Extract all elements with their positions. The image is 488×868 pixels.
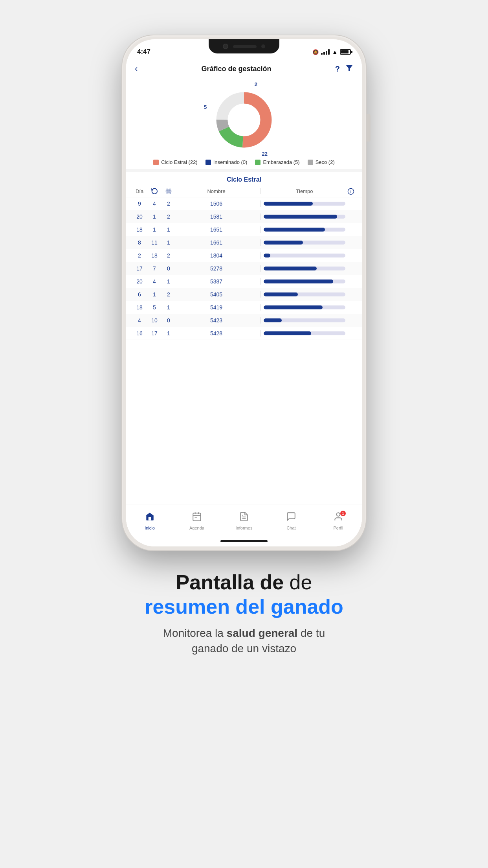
table-row[interactable]: 17 7 0 5278 <box>126 262 362 275</box>
cell-r: 4 <box>147 200 161 207</box>
table-row[interactable]: 20 1 2 1581 <box>126 210 362 223</box>
legend-dot-seco <box>308 160 313 165</box>
bottom-subtext: Monitorea la salud general de tu ganado … <box>145 625 343 656</box>
cell-dia: 18 <box>132 304 147 311</box>
bottom-headline: Pantalla de de resumen del ganado <box>145 570 343 619</box>
chat-icon <box>286 511 296 524</box>
chart-label-left: 5 <box>204 104 207 110</box>
cell-c: 0 <box>161 317 176 324</box>
help-button[interactable]: ? <box>335 64 340 74</box>
donut-chart: 2 5 22 <box>209 85 279 155</box>
table-row[interactable]: 2 18 2 1804 <box>126 249 362 262</box>
cell-r: 1 <box>147 213 161 220</box>
cell-nombre: 5278 <box>176 265 261 272</box>
svg-point-15 <box>169 190 169 190</box>
svg-rect-19 <box>149 517 151 520</box>
table-title: Ciclo Estral <box>126 172 362 186</box>
nav-informes-label: Informes <box>236 526 253 530</box>
cell-c: 1 <box>161 304 176 311</box>
cell-dia: 20 <box>132 278 147 285</box>
phone-mockup: 4:47 🔕 ▲ <box>122 35 366 550</box>
table-row[interactable]: 16 17 1 5428 <box>126 327 362 340</box>
table-rows-container: 9 4 2 1506 20 1 2 1581 18 1 1 1651 <box>126 197 362 340</box>
chart-legend: Ciclo Estral (22) Inseminado (0) Embaraz… <box>149 159 339 165</box>
table-area[interactable]: Ciclo Estral Día <box>126 172 362 504</box>
nav-agenda-label: Agenda <box>189 526 204 530</box>
legend-inseminado: Inseminado (0) <box>205 159 248 165</box>
table-row[interactable]: 9 4 2 1506 <box>126 197 362 210</box>
table-row[interactable]: 20 4 1 5387 <box>126 275 362 288</box>
svg-rect-10 <box>168 192 169 193</box>
table-row[interactable]: 8 11 1 1661 <box>126 236 362 249</box>
cell-nombre: 5387 <box>176 278 261 285</box>
bottom-headline-blue: resumen del ganado <box>145 594 343 619</box>
cell-dia: 16 <box>132 330 147 337</box>
chart-area: 2 5 22 <box>126 78 362 172</box>
table-header: Día <box>126 186 362 197</box>
cell-c: 2 <box>161 252 176 259</box>
cell-nombre: 5405 <box>176 291 261 298</box>
table-row[interactable]: 4 10 0 5423 <box>126 314 362 327</box>
legend-dot-embarazada <box>255 160 261 165</box>
cell-r: 4 <box>147 278 161 285</box>
cell-tiempo <box>261 228 345 232</box>
cell-c: 1 <box>161 226 176 233</box>
nav-perfil[interactable]: 1 Perfil <box>325 511 352 530</box>
bottom-text-section: Pantalla de de resumen del ganado Monito… <box>113 570 375 656</box>
cell-tiempo <box>261 280 345 283</box>
back-button[interactable]: ‹ <box>135 64 138 74</box>
col-tiempo: Tiempo <box>261 188 345 194</box>
cell-nombre: 1651 <box>176 226 261 233</box>
bottom-nav: Inicio A <box>126 504 362 535</box>
cell-r: 10 <box>147 317 161 324</box>
cell-nombre: 5428 <box>176 330 261 337</box>
bell-icon: 🔕 <box>312 49 319 55</box>
col-cow <box>161 188 176 195</box>
legend-dot-ciclo <box>153 160 159 165</box>
app-header: ‹ Gráfico de gestación ? <box>126 60 362 78</box>
cell-dia: 8 <box>132 239 147 246</box>
nav-perfil-label: Perfil <box>333 526 343 530</box>
cell-tiempo <box>261 331 345 335</box>
col-dia: Día <box>132 188 147 194</box>
svg-rect-11 <box>169 192 170 193</box>
nav-chat[interactable]: Chat <box>277 511 305 530</box>
col-info[interactable] <box>345 188 356 195</box>
donut-svg <box>213 88 275 151</box>
svg-point-5 <box>230 106 258 134</box>
informes-icon <box>239 511 249 524</box>
perfil-icon: 1 <box>333 511 343 524</box>
chart-label-bottom: 22 <box>262 151 268 157</box>
filter-button[interactable] <box>345 64 353 74</box>
cell-r: 18 <box>147 252 161 259</box>
svg-rect-8 <box>167 192 167 193</box>
cell-c: 2 <box>161 200 176 207</box>
agenda-icon <box>192 511 202 524</box>
cell-r: 1 <box>147 291 161 298</box>
nav-inicio[interactable]: Inicio <box>136 511 163 530</box>
nav-agenda[interactable]: Agenda <box>183 511 211 530</box>
legend-label-embarazada: Embarazada (5) <box>263 159 299 165</box>
wifi-icon: ▲ <box>332 49 338 55</box>
cell-c: 1 <box>161 330 176 337</box>
cell-r: 17 <box>147 330 161 337</box>
cell-r: 1 <box>147 226 161 233</box>
cell-nombre: 1506 <box>176 200 261 207</box>
nav-informes[interactable]: Informes <box>230 511 258 530</box>
table-row[interactable]: 6 1 2 5405 <box>126 288 362 301</box>
cell-dia: 17 <box>132 265 147 272</box>
cell-tiempo <box>261 215 345 219</box>
cell-r: 11 <box>147 239 161 246</box>
cell-r: 5 <box>147 304 161 311</box>
cell-c: 2 <box>161 213 176 220</box>
battery-icon <box>340 49 351 55</box>
cell-nombre: 1581 <box>176 213 261 220</box>
table-row[interactable]: 18 1 1 1651 <box>126 223 362 236</box>
svg-rect-9 <box>170 192 171 193</box>
cell-dia: 6 <box>132 291 147 298</box>
col-refresh <box>147 187 161 195</box>
nav-chat-label: Chat <box>286 526 295 530</box>
table-row[interactable]: 18 5 1 5419 <box>126 301 362 314</box>
app-content: ‹ Gráfico de gestación ? 2 <box>126 60 362 546</box>
cell-nombre: 5419 <box>176 304 261 311</box>
